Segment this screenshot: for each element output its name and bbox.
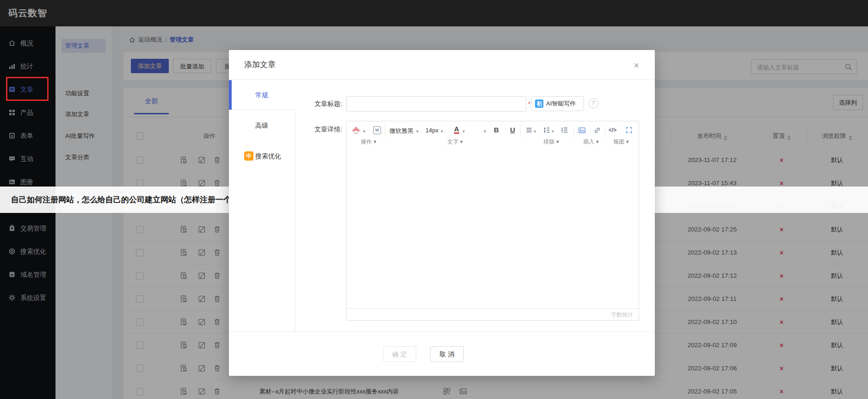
article-title-input[interactable]	[346, 96, 526, 112]
toolbar-group-layout[interactable]: 排版 ▾	[540, 138, 563, 146]
divider	[229, 110, 295, 110]
chevron-down-icon[interactable]: ▾	[441, 129, 443, 134]
toolbar-group-text[interactable]: 文字 ▾	[443, 138, 467, 146]
ai-writing-button[interactable]: 初 AI智能写作	[531, 96, 584, 111]
chevron-down-icon[interactable]: ▾	[484, 129, 486, 134]
word-import-icon[interactable]: W	[373, 126, 381, 134]
chevron-down-icon[interactable]: ▾	[534, 129, 536, 134]
required-mark: *	[528, 100, 530, 107]
annotation-highlight-box	[6, 77, 49, 101]
cancel-button[interactable]: 取 消	[430, 346, 464, 362]
eraser-icon[interactable]	[352, 127, 360, 135]
seo-badge-icon: 中	[244, 151, 253, 161]
divider	[385, 125, 385, 137]
modal-tab-general[interactable]: 常规	[229, 87, 295, 103]
font-family-select[interactable]: 微软雅黑	[389, 127, 413, 135]
line-height-icon[interactable]	[543, 126, 550, 134]
ai-badge-icon: 初	[535, 100, 543, 108]
editor-status-bar: 字数统计	[347, 308, 639, 321]
toolbar-group-operate[interactable]: 操作 ▾	[357, 138, 380, 146]
divider	[229, 331, 655, 332]
editor-toolbar: ▾ W 微软雅黑 ▾ 14px ▾ A ▾ ▾ B U ▾ ▾	[347, 121, 639, 150]
bold-icon[interactable]: B	[494, 126, 499, 134]
insert-image-icon[interactable]	[578, 126, 586, 134]
confirm-button[interactable]: 确 定	[383, 346, 416, 362]
toolbar-group-view[interactable]: 视图 ▾	[609, 138, 633, 146]
align-icon[interactable]	[525, 126, 533, 134]
editor-content-area[interactable]	[347, 149, 639, 308]
toolbar-group-insert[interactable]: 插入 ▾	[579, 138, 603, 146]
code-view-icon[interactable]: </>	[609, 127, 616, 133]
article-detail-label: 文章详情:	[301, 125, 342, 134]
rich-text-editor: ▾ W 微软雅黑 ▾ 14px ▾ A ▾ ▾ B U ▾ ▾	[346, 121, 639, 321]
article-title-label: 文章标题:	[301, 100, 342, 108]
word-count-label: 字数统计	[611, 309, 633, 321]
modal-tab-seo[interactable]: 中 搜索优化	[229, 148, 295, 164]
help-icon[interactable]: ?	[588, 98, 598, 108]
chevron-down-icon[interactable]: ▾	[462, 129, 465, 134]
chevron-down-icon[interactable]: ▾	[363, 129, 365, 134]
modal-header: 添加文章 ×	[229, 50, 655, 80]
close-icon[interactable]: ×	[629, 58, 643, 72]
insert-link-icon[interactable]	[593, 126, 601, 134]
indent-icon[interactable]	[561, 126, 568, 134]
chevron-down-icon[interactable]: ▾	[416, 129, 419, 134]
divider	[573, 125, 574, 137]
underline-icon[interactable]: U	[510, 126, 515, 134]
font-color-icon[interactable]: A	[454, 125, 459, 134]
add-article-modal: 添加文章 × 常规 高级 中 搜索优化 文章标题: * 初 AI智能写作 ? 文…	[229, 50, 655, 376]
modal-tab-advanced[interactable]: 高级	[229, 117, 295, 134]
divider	[520, 125, 521, 137]
app-screen: 码云数智 概况 统计 文章 产品 表单 互动 图册 资源库 交易管理 搜索优化 …	[0, 0, 868, 399]
divider	[295, 110, 295, 331]
chevron-down-icon[interactable]: ▾	[552, 129, 554, 134]
divider	[605, 125, 605, 137]
modal-title: 添加文章	[244, 50, 276, 80]
fullscreen-icon[interactable]	[625, 126, 633, 134]
font-size-select[interactable]: 14px	[425, 127, 438, 134]
